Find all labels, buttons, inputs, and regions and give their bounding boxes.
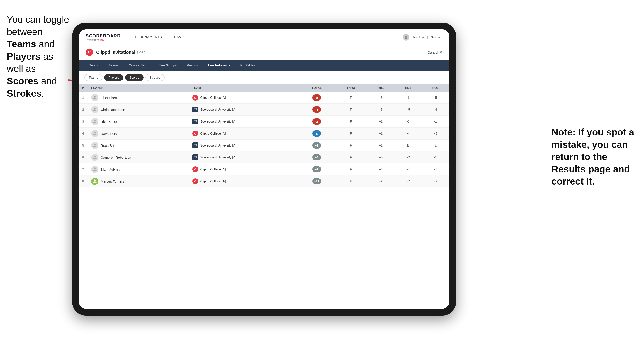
cell-team: CClippd College [A] <box>189 128 299 140</box>
cell-player: Blair McHarg <box>88 164 189 175</box>
team-name: Scoreboard University [A] <box>200 144 236 147</box>
nav-links: TOURNAMENTS TEAMS <box>130 29 403 45</box>
user-avatar <box>403 34 410 41</box>
table-row: 3Rich ButlerScoreboard University [A]-2F… <box>79 116 449 128</box>
nav-teams[interactable]: TEAMS <box>167 29 189 45</box>
cell-player: Cameron Robertson <box>88 152 189 164</box>
col-team: TEAM <box>189 84 299 92</box>
cell-rd3: +2 <box>422 175 449 187</box>
cell-rank: 5 <box>79 140 88 152</box>
player-name: Marcus Turners <box>101 179 124 183</box>
cell-player: Marcus Turners <box>88 175 189 187</box>
player-name: David Ford <box>101 132 117 136</box>
sign-out-link[interactable]: Sign out <box>431 35 442 39</box>
cell-rank: 6 <box>79 152 88 164</box>
cell-rank: 1 <box>79 92 88 104</box>
table-row: 5Rees BrittScoreboard University [A]+1F+… <box>79 140 449 152</box>
cell-player: Rich Butler <box>88 116 189 128</box>
cell-rd1: +1 <box>367 116 394 128</box>
team-logo <box>192 107 198 113</box>
player-name: Rich Butler <box>101 120 117 124</box>
cell-rd3: +6 <box>422 164 449 175</box>
cell-rd1: +3 <box>367 92 394 104</box>
cell-player: Rees Britt <box>88 140 189 152</box>
cell-rd2: +5 <box>394 104 422 116</box>
col-rd2: RD2 <box>394 84 422 92</box>
cell-rd2: -2 <box>394 116 422 128</box>
cell-rd2: -4 <box>394 128 422 140</box>
cell-total: -2 <box>299 116 335 128</box>
cell-rd1: -5 <box>367 104 394 116</box>
cell-rank: 2 <box>79 104 88 116</box>
toggle-teams[interactable]: Teams <box>84 74 102 81</box>
svg-point-2 <box>94 96 96 98</box>
cell-rank: 4 <box>79 128 88 140</box>
player-name: Blair McHarg <box>101 168 120 171</box>
cell-total: +8 <box>299 164 335 175</box>
cell-total: -4 <box>299 104 335 116</box>
tab-tee-groups[interactable]: Tee Groups <box>154 60 182 71</box>
team-logo <box>192 155 198 160</box>
svg-point-24 <box>94 168 96 169</box>
player-avatar <box>91 106 98 113</box>
cell-team: Scoreboard University [A] <box>189 140 299 152</box>
table-row: 2Chris RobertsonScoreboard University [A… <box>79 104 449 116</box>
team-name: Clippd College [A] <box>200 168 226 171</box>
col-rank: # <box>79 84 88 92</box>
player-avatar <box>91 166 98 173</box>
cell-thru: F <box>334 152 367 164</box>
player-avatar <box>91 154 98 161</box>
nav-tournaments[interactable]: TOURNAMENTS <box>130 29 167 45</box>
player-name: Rees Britt <box>101 144 116 148</box>
cell-total: +6 <box>299 152 335 164</box>
toggle-players[interactable]: Players <box>104 74 123 81</box>
cell-thru: F <box>334 92 367 104</box>
tab-course-setup[interactable]: Course Setup <box>124 60 154 71</box>
cell-rd1: +1 <box>367 140 394 152</box>
tab-results[interactable]: Results <box>182 60 203 71</box>
cell-team: Scoreboard University [A] <box>189 104 299 116</box>
svg-point-1 <box>406 36 407 37</box>
table-row: 6Cameron RobertsonScoreboard University … <box>79 152 449 164</box>
toggle-strokes[interactable]: Strokes <box>145 74 164 81</box>
tournament-logo: C <box>86 49 93 56</box>
table-header-row: # PLAYER TEAM TOTAL THRU RD1 RD2 RD3 <box>79 84 449 92</box>
team-name: Scoreboard University [A] <box>200 108 236 111</box>
cell-total: -8 <box>299 92 335 104</box>
cell-rd2: +1 <box>394 164 422 175</box>
table-container: # PLAYER TEAM TOTAL THRU RD1 RD2 RD3 1El… <box>79 84 449 309</box>
svg-point-8 <box>94 120 96 122</box>
cell-rd3: -5 <box>422 92 449 104</box>
toggle-scores[interactable]: Scores <box>125 74 144 81</box>
table-row: 7Blair McHargCClippd College [A]+8F+2+1+… <box>79 164 449 175</box>
player-avatar <box>91 94 98 101</box>
leaderboard-table: # PLAYER TEAM TOTAL THRU RD1 RD2 RD3 1El… <box>79 84 449 187</box>
tournament-title: Clippd Invitational <box>96 50 135 55</box>
tab-details[interactable]: Details <box>84 60 104 71</box>
team-name: Clippd College [A] <box>200 179 226 183</box>
tab-leaderboards[interactable]: Leaderboards <box>203 60 235 71</box>
svg-point-14 <box>94 144 96 145</box>
cell-thru: F <box>334 116 367 128</box>
logo-subtitle: Powered by clippd <box>86 38 120 41</box>
team-name: Scoreboard University [A] <box>200 156 236 159</box>
col-thru: THRU <box>334 84 367 92</box>
cell-rd1: +5 <box>367 152 394 164</box>
team-logo <box>192 119 198 124</box>
cell-rd3: -4 <box>422 104 449 116</box>
cell-rd1: +2 <box>367 175 394 187</box>
table-row: 8Marcus TurnersCClippd College [A]+11F+2… <box>79 175 449 187</box>
svg-point-3 <box>94 108 96 110</box>
team-name: Scoreboard University [A] <box>200 120 236 123</box>
player-avatar <box>91 178 98 185</box>
cancel-button[interactable]: Cancel ✕ <box>428 50 442 54</box>
cell-rd1: +2 <box>367 164 394 175</box>
tab-teams[interactable]: Teams <box>104 60 124 71</box>
tab-printables[interactable]: Printables <box>236 60 260 71</box>
tournament-gender: (Men) <box>137 50 146 54</box>
tablet-screen: SCOREBOARD Powered by clippd TOURNAMENTS… <box>79 29 449 309</box>
cell-rd2: +7 <box>394 175 422 187</box>
svg-point-13 <box>94 132 96 134</box>
cell-total: E <box>299 128 335 140</box>
cell-rank: 3 <box>79 116 88 128</box>
